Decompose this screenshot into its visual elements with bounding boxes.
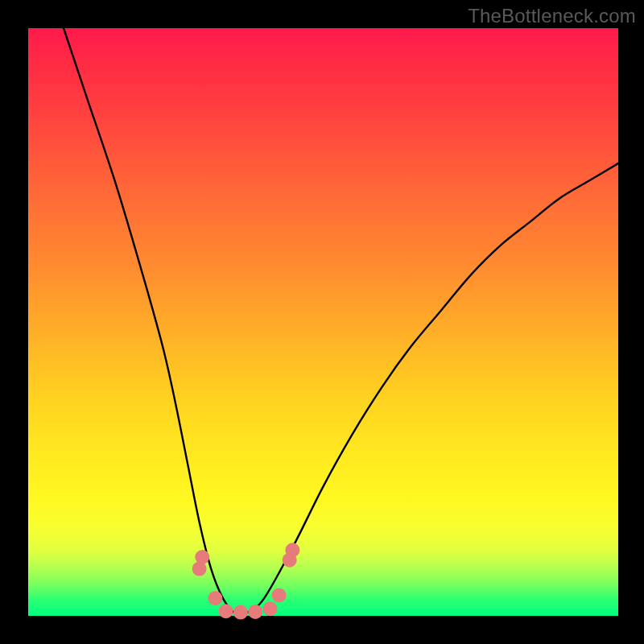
chart-svg	[28, 28, 618, 616]
marker-bottom-3	[248, 605, 262, 619]
chart-frame: TheBottleneck.com	[0, 0, 644, 644]
marker-bottom-4	[263, 601, 278, 616]
curve-markers	[192, 543, 300, 619]
marker-right-lower	[272, 588, 287, 602]
marker-right-upper2	[285, 543, 299, 557]
marker-bottom-1	[219, 604, 233, 618]
marker-bottom-2	[233, 605, 248, 620]
marker-left-lower	[208, 591, 222, 605]
marker-left-upper2	[192, 562, 207, 576]
watermark-text: TheBottleneck.com	[468, 5, 636, 27]
bottleneck-curve	[64, 28, 618, 615]
